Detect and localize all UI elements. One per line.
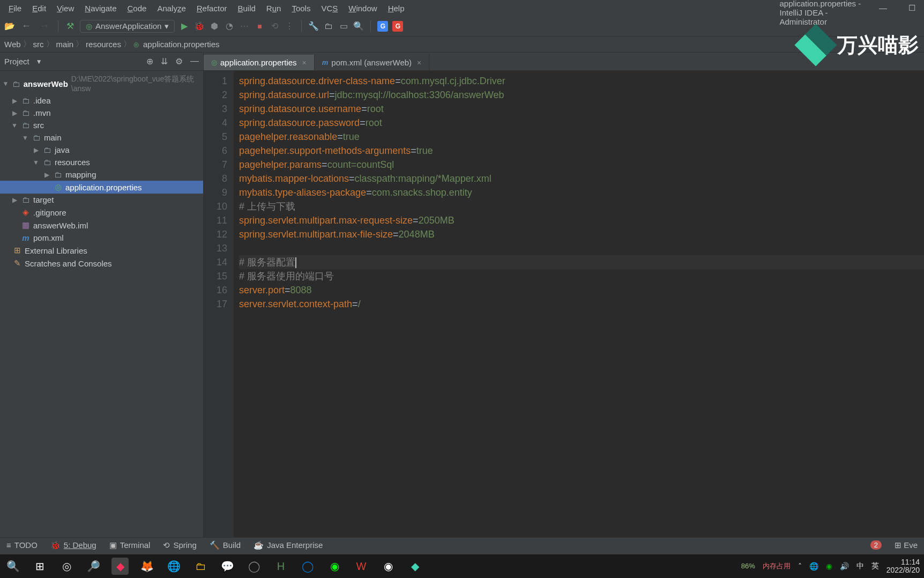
cpu-widget[interactable]: 86%	[741, 562, 755, 570]
tool-spring[interactable]: ⟲ Spring	[163, 540, 196, 550]
open-icon[interactable]: 📂	[4, 21, 15, 32]
tree-item[interactable]: ▶🗀java	[0, 144, 203, 156]
debug-icon[interactable]: 🐞	[194, 21, 205, 32]
run-config-dropdown[interactable]: ◎ AnswerApplication ▾	[80, 20, 175, 33]
tree-item[interactable]: ▼🗀src	[0, 119, 203, 131]
event-log[interactable]: ⊞ Eve	[895, 540, 918, 550]
breadcrumb-item[interactable]: main	[56, 40, 74, 49]
tree-item[interactable]: ◎application.properties	[0, 181, 203, 194]
project-tree[interactable]: ▼🗀 answerWeb D:\ME\2022\springboot_vue答题…	[0, 71, 203, 272]
tree-item[interactable]: ▼🗀resources	[0, 156, 203, 168]
tree-project-root[interactable]: ▼🗀 answerWeb D:\ME\2022\springboot_vue答题…	[0, 73, 203, 94]
hide-icon[interactable]: —	[190, 56, 199, 66]
app-tray-icon[interactable]: ◉	[826, 562, 832, 570]
tool-debug[interactable]: 🐞 5: Debug	[50, 540, 96, 550]
code-editor[interactable]: 1234567891011121314151617 spring.datasou…	[204, 71, 924, 537]
google-red-icon[interactable]: G	[392, 21, 403, 32]
menu-vcs[interactable]: VCS	[317, 3, 342, 14]
menu-file[interactable]: File	[4, 3, 26, 14]
sidebar-title[interactable]: Project	[4, 57, 29, 66]
code-content[interactable]: spring.datasource.driver-class-name=com.…	[234, 71, 924, 537]
intellij-icon[interactable]: ◆	[111, 558, 129, 575]
tool-todo[interactable]: ≡ TODO	[6, 540, 38, 550]
close-icon[interactable]: ×	[302, 58, 307, 67]
attach-icon[interactable]: ⋯	[239, 21, 250, 32]
menu-window[interactable]: Window	[344, 3, 381, 14]
tree-item[interactable]: mpom.xml	[0, 232, 203, 244]
profile-icon[interactable]: ◔	[224, 21, 235, 32]
tree-item[interactable]: ✎Scratches and Consoles	[0, 257, 203, 270]
menu-refactor[interactable]: Refactor	[192, 3, 232, 14]
breadcrumb-item[interactable]: src	[33, 40, 44, 49]
update-icon[interactable]: ⟲	[269, 21, 280, 32]
app-icon[interactable]: ◉	[326, 558, 343, 575]
more-icon[interactable]: ⋮	[284, 21, 295, 32]
collapse-icon[interactable]: ⇊	[161, 56, 168, 66]
magnify-icon[interactable]: 🔎	[85, 558, 102, 575]
app-icon[interactable]: ◉	[379, 558, 397, 575]
tree-item[interactable]: ▶🗀.mvn	[0, 107, 203, 119]
tree-item[interactable]: ▦answerWeb.iml	[0, 219, 203, 232]
build-icon[interactable]: ⚒	[65, 21, 76, 32]
ime-mode[interactable]: 英	[871, 561, 879, 571]
coverage-icon[interactable]: ⬢	[209, 21, 220, 32]
tree-item[interactable]: ▶🗀mapping	[0, 168, 203, 181]
nav-back-icon[interactable]: ←	[19, 20, 33, 32]
filmora-icon[interactable]: ◆	[406, 558, 423, 575]
folder-icon[interactable]: 🗀	[323, 21, 334, 32]
taskview-icon[interactable]: ⊞	[31, 558, 48, 575]
tab-pom-xml[interactable]: m pom.xml (answerWeb) ×	[315, 55, 430, 70]
tool-javaee[interactable]: ☕ Java Enterprise	[254, 540, 323, 550]
volume-icon[interactable]: 🔊	[840, 562, 849, 570]
search-icon[interactable]: 🔍	[353, 21, 364, 32]
event-badge[interactable]: 2	[870, 540, 882, 550]
breadcrumb-item[interactable]: Web	[4, 40, 21, 49]
tree-item[interactable]: ◈.gitignore	[0, 206, 203, 219]
menu-build[interactable]: Build	[233, 3, 259, 14]
tool-terminal[interactable]: ▣ Terminal	[109, 540, 151, 550]
clock[interactable]: 11:14 2022/8/20	[886, 558, 920, 575]
tree-item[interactable]: ▶🗀.idea	[0, 94, 203, 107]
minimize-icon[interactable]: —	[875, 2, 891, 14]
app-icon[interactable]: ◯	[245, 558, 263, 575]
edge-icon[interactable]: ◯	[299, 558, 316, 575]
network-icon[interactable]: 🌐	[809, 562, 818, 570]
breadcrumb-item[interactable]: application.properties	[143, 40, 220, 49]
app-icon[interactable]: ◎	[58, 558, 75, 575]
tray-expand-icon[interactable]: ˄	[798, 562, 802, 570]
wps-icon[interactable]: W	[353, 558, 370, 575]
menu-navigate[interactable]: Navigate	[80, 3, 121, 14]
firefox-icon[interactable]: 🦊	[138, 558, 155, 575]
menu-run[interactable]: Run	[262, 3, 286, 14]
menu-tools[interactable]: Tools	[287, 3, 315, 14]
menu-help[interactable]: Help	[384, 3, 409, 14]
google-translate-icon[interactable]: G	[377, 21, 388, 32]
tool-build[interactable]: 🔨 Build	[210, 540, 241, 550]
stop-icon[interactable]: ■	[254, 21, 265, 32]
tree-item[interactable]: ▼🗀main	[0, 131, 203, 144]
menu-edit[interactable]: Edit	[28, 3, 50, 14]
device-icon[interactable]: ▭	[338, 21, 349, 32]
mem-widget[interactable]: 内存占用	[763, 562, 791, 570]
chrome-icon[interactable]: 🌐	[165, 558, 182, 575]
tree-item[interactable]: ⊞External Libraries	[0, 244, 203, 257]
close-icon[interactable]: ×	[417, 58, 421, 67]
menu-view[interactable]: View	[53, 3, 78, 14]
menu-analyze[interactable]: Analyze	[153, 3, 190, 14]
wrench-icon[interactable]: 🔧	[308, 21, 319, 32]
locate-icon[interactable]: ⊕	[146, 56, 153, 66]
nav-forward-icon[interactable]: →	[38, 20, 51, 32]
menu-code[interactable]: Code	[123, 3, 151, 14]
breadcrumb-item[interactable]: resources	[86, 40, 121, 49]
chevron-down-icon[interactable]: ▼	[36, 58, 42, 65]
run-icon[interactable]: ▶	[179, 21, 190, 32]
ime-lang[interactable]: 中	[856, 561, 864, 571]
tab-application-properties[interactable]: ◎ application.properties ×	[204, 55, 315, 70]
maximize-icon[interactable]: ☐	[904, 2, 920, 14]
app-icon[interactable]: H	[272, 558, 289, 575]
wechat-icon[interactable]: 💬	[219, 558, 236, 575]
explorer-icon[interactable]: 🗀	[192, 558, 209, 575]
tree-item[interactable]: ▶🗀target	[0, 194, 203, 206]
gear-icon[interactable]: ⚙	[175, 56, 183, 66]
search-icon[interactable]: 🔍	[4, 558, 21, 575]
